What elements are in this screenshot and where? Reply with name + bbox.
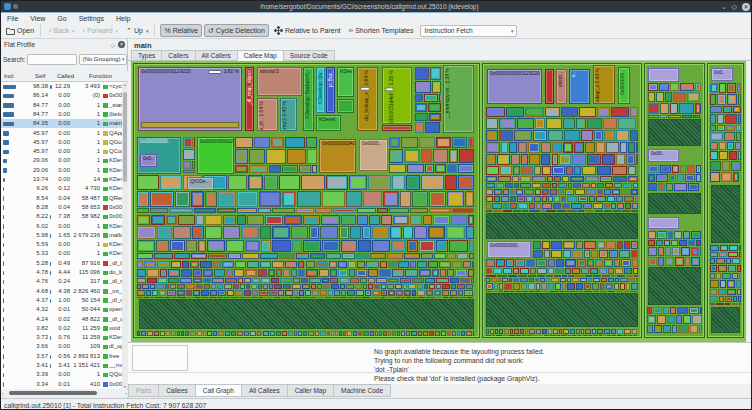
map-cell[interactable] [522,291,528,292]
map-cell[interactable] [225,278,236,283]
map-cell[interactable] [617,335,622,336]
map-cell[interactable] [144,261,156,268]
map-cell[interactable] [577,335,582,336]
map-cell[interactable] [464,290,472,296]
map-cell[interactable] [492,335,495,336]
map-cell[interactable] [137,284,141,289]
map-cell[interactable] [612,166,626,175]
map-cell[interactable] [208,253,226,259]
map-cell[interactable] [156,240,169,253]
map-cell[interactable] [358,240,371,253]
map-cell[interactable] [680,165,686,173]
map-cell[interactable] [266,149,286,165]
map-cell[interactable] [356,253,370,259]
map-cell[interactable] [566,166,574,175]
map-cell[interactable] [178,215,195,225]
map-cell[interactable] [244,278,251,283]
scroll-left-icon[interactable]: ‹ [2,390,4,396]
map-cell[interactable] [380,261,387,268]
table-row[interactable]: 3.570.562 863 813free [1,352,122,361]
map-cell[interactable] [502,278,508,282]
map-cell[interactable] [353,331,357,336]
map-cell[interactable] [615,278,619,282]
map-cell[interactable] [496,335,502,336]
map-cell[interactable] [542,183,552,188]
map-block[interactable]: 0x00000000.. [487,241,531,258]
map-cell[interactable] [141,331,146,336]
map-cell[interactable] [503,203,509,209]
map-cell[interactable] [146,290,151,296]
map-cell[interactable] [555,283,561,289]
event-type-combobox[interactable]: Instruction Fetch ▾ [420,25,517,37]
map-cell[interactable] [648,103,659,114]
map-cell[interactable] [240,284,245,289]
map-cell[interactable] [510,203,517,209]
map-cell[interactable] [536,203,541,209]
map-cell[interactable] [214,269,224,278]
map-cell[interactable] [316,261,328,268]
map-cell[interactable] [463,261,471,268]
float-icon[interactable]: ◇ [110,41,115,48]
map-cell[interactable] [147,278,157,283]
map-cell[interactable] [561,335,566,336]
map-cell[interactable] [299,165,312,173]
map-cell[interactable] [319,269,329,278]
map-cell[interactable] [493,210,502,212]
map-cell[interactable] [388,261,397,268]
map-cell[interactable] [434,290,441,296]
map-cell[interactable] [309,278,320,283]
map-cell[interactable] [710,289,717,296]
map-cell[interactable] [404,253,420,259]
map-cell[interactable] [172,297,176,298]
map-cell[interactable] [727,142,734,151]
map-cell[interactable] [170,284,176,289]
map-cell[interactable] [710,83,718,93]
map-cell[interactable] [434,253,446,259]
map-cell[interactable] [612,189,621,195]
map-cell[interactable] [557,335,561,336]
map-cell[interactable] [595,210,603,212]
map-cell[interactable] [212,278,224,283]
map-cell[interactable] [218,290,226,296]
map-cell[interactable] [660,103,670,114]
map-cell[interactable] [513,210,521,212]
map-cell[interactable] [604,189,611,195]
map-cell[interactable] [721,172,732,182]
map-cell[interactable] [486,210,492,212]
table-row[interactable]: 3.390.001QQuickVie [1,370,122,379]
map-cell[interactable] [326,175,348,190]
map-cell[interactable] [425,122,440,133]
map-cell[interactable] [574,142,584,153]
map-cell[interactable] [486,196,493,202]
map-cell[interactable] [248,175,262,190]
map-cell[interactable] [272,226,290,239]
table-row[interactable]: 9.260.124 730KDevelop:: [1,184,122,193]
map-cell[interactable] [696,165,701,173]
map-cell[interactable] [585,176,599,182]
map-cell[interactable] [573,183,580,188]
map-cell[interactable] [439,94,441,102]
map-cell[interactable] [401,137,419,148]
table-row[interactable]: 3.340.014100x0000000 [1,380,122,389]
map-cell[interactable] [513,166,520,175]
map-cell[interactable] [388,290,395,296]
map-cell[interactable] [328,290,333,296]
map-cell[interactable] [342,253,354,259]
map-cell[interactable] [736,125,741,132]
map-cell[interactable] [591,183,596,188]
map-cell[interactable] [137,175,159,190]
map-cell[interactable] [511,154,520,165]
map-cell[interactable] [600,291,607,292]
map-cell[interactable] [668,231,674,239]
map-block[interactable]: 0x000000.. [618,67,630,104]
open-button[interactable]: Open [3,25,37,37]
map-cell[interactable] [201,290,209,296]
map-cell[interactable] [565,291,569,292]
map-cell[interactable] [542,166,551,175]
map-cell[interactable] [628,335,632,336]
map-cell[interactable] [568,183,573,188]
map-cell[interactable] [177,290,185,296]
map-cell[interactable] [687,92,701,102]
map-cell[interactable] [395,284,402,289]
map-cell[interactable] [520,176,531,182]
